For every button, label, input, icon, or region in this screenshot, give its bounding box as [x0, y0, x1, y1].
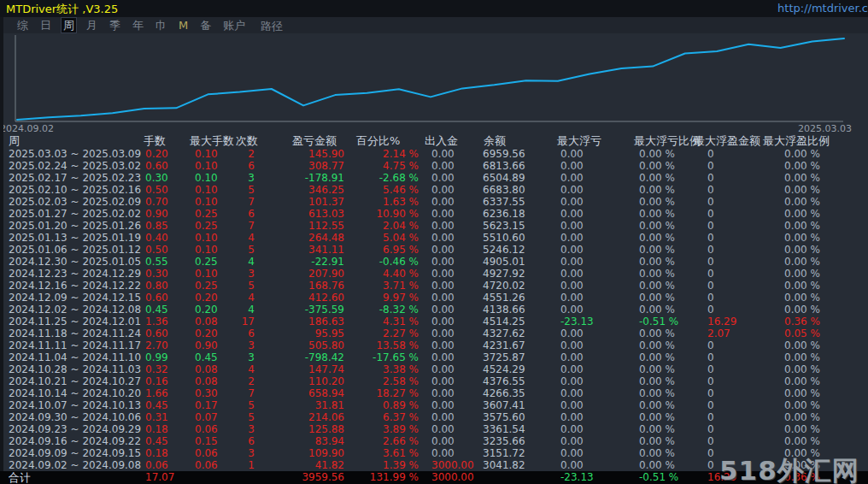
cell: 0.00 [420, 244, 480, 256]
menu-item-账户[interactable]: 账户 [221, 18, 247, 32]
header-max-float-loss-pct: 最大浮亏比例 [634, 133, 701, 149]
cell: 18.27 % [345, 387, 420, 399]
cell: 0.00 [528, 387, 601, 399]
cell: 2025.01.20 ~ 2025.01.26 [7, 220, 137, 232]
cell: 1 [224, 459, 256, 471]
cell: 125.88 [256, 423, 345, 435]
cell: 0.06 [184, 447, 224, 459]
cell: 4.40 % [345, 268, 420, 280]
cell: 0.00 % [745, 339, 824, 351]
cell: 0.00 [528, 172, 601, 184]
cell: 4524.29 [480, 363, 528, 375]
cell: 0.50 [137, 244, 184, 256]
cell: 2025.02.17 ~ 2025.02.23 [7, 172, 137, 184]
cell: -17.65 % [345, 351, 420, 363]
menu-item-日[interactable]: 日 [38, 18, 53, 32]
table-row[interactable]: 2024.12.30 ~ 2025.01.050.550.254-22.91-0… [7, 256, 828, 268]
cell: 3235.66 [480, 435, 528, 447]
table-row[interactable]: 2024.09.23 ~ 2024.09.290.180.063125.883.… [7, 423, 828, 435]
table-row[interactable]: 2024.12.23 ~ 2024.12.290.300.103207.904.… [7, 268, 828, 280]
table-row[interactable]: 2024.10.14 ~ 2024.10.201.660.307658.9418… [7, 387, 828, 399]
table-row[interactable]: 2024.11.11 ~ 2024.11.172.700.903505.8013… [7, 339, 828, 351]
cell: 6236.18 [480, 208, 528, 220]
table-row[interactable]: 2025.01.06 ~ 2025.01.120.500.105341.116.… [7, 244, 828, 256]
title-bar[interactable]: MTDriver统计 ,V3.25 http://mtdriver.c [0, 0, 868, 17]
menu-item-年[interactable]: 年 [131, 18, 145, 32]
table-row[interactable]: 2024.09.09 ~ 2024.09.150.180.063109.903.… [7, 447, 828, 459]
table-row[interactable]: 2024.11.25 ~ 2024.12.011.360.0817186.634… [7, 316, 828, 328]
cell: 0.00 % [745, 256, 824, 268]
table-row[interactable]: 2025.01.13 ~ 2025.01.190.400.104264.485.… [7, 232, 828, 244]
cell: 0.00 [420, 280, 480, 292]
cell: 3361.54 [480, 423, 528, 435]
table-row[interactable]: 2024.12.02 ~ 2024.12.080.450.204-375.59-… [7, 304, 828, 316]
cell: 0.18 [137, 423, 184, 435]
cell: 0.00 % [601, 339, 683, 351]
table-row[interactable]: 2024.12.09 ~ 2024.12.150.600.204412.609.… [7, 292, 828, 304]
table-row[interactable]: 2025.02.03 ~ 2025.02.090.700.107101.371.… [7, 196, 828, 208]
cell: 3575.60 [480, 411, 528, 423]
cell: 0.20 [184, 328, 224, 339]
cell: 6813.66 [480, 160, 528, 172]
table-row[interactable]: 2024.12.16 ~ 2024.12.220.800.255168.763.… [7, 280, 828, 292]
cell: 2024.12.23 ~ 2024.12.29 [7, 268, 137, 280]
menu-item-M[interactable]: M [177, 18, 190, 32]
cell: 6683.80 [480, 184, 528, 196]
cell: 0.60 [137, 328, 184, 339]
cell: 7 [224, 196, 256, 208]
cell: 2024.11.18 ~ 2024.11.24 [7, 328, 137, 339]
cell: 0.10 [184, 160, 224, 172]
table-row[interactable]: 2024.09.16 ~ 2024.09.220.450.15683.942.6… [7, 435, 828, 447]
cell: 4 [224, 256, 256, 268]
menu-item-备[interactable]: 备 [198, 18, 213, 32]
cell: 0 [683, 244, 745, 256]
cell: 0.00 % [601, 328, 683, 339]
equity-chart-svg [7, 32, 861, 125]
cell: 0.55 [137, 256, 184, 268]
cell: 214.06 [256, 411, 345, 423]
cell: 0.00 % [601, 172, 683, 184]
cell: 0.00 [420, 411, 480, 423]
cell: 0.00 [528, 423, 601, 435]
menu-item-巾[interactable]: 巾 [154, 18, 168, 32]
table-row[interactable]: 2024.10.28 ~ 2024.11.030.320.084147.743.… [7, 363, 828, 375]
table-row[interactable]: 2024.10.07 ~ 2024.10.130.450.17531.810.8… [7, 399, 828, 411]
menu-item-季[interactable]: 季 [108, 18, 122, 32]
menu-item-周[interactable]: 周 [62, 18, 76, 32]
table-row[interactable]: 2025.01.20 ~ 2025.01.260.850.257112.552.… [7, 220, 828, 232]
table-row[interactable]: 2024.09.30 ~ 2024.10.060.310.075214.066.… [7, 411, 828, 423]
cell: 0.08 [184, 375, 224, 387]
header-week: 周 [9, 133, 20, 149]
cell: 0.00 % [745, 399, 824, 411]
table-row[interactable]: 2024.11.18 ~ 2024.11.240.600.20695.952.2… [7, 328, 828, 339]
table-row[interactable]: 2025.02.17 ~ 2025.02.230.300.103-178.91-… [7, 172, 828, 184]
menu-item-月[interactable]: 月 [85, 18, 99, 32]
table-row[interactable]: 2024.11.04 ~ 2024.11.100.990.453-798.42-… [7, 351, 828, 363]
cell: 3.38 % [345, 363, 420, 375]
header-max-lots: 最大手数 [190, 133, 234, 149]
cell: 0.00 [420, 435, 480, 447]
cell: 0.45 [137, 399, 184, 411]
menu-item-综[interactable]: 综 [15, 18, 30, 32]
cell: 112.55 [256, 220, 345, 232]
app-url-link[interactable]: http://mtdriver.c [777, 2, 868, 15]
cell: 2 [224, 148, 256, 160]
table-row[interactable]: 2024.10.21 ~ 2024.10.270.160.082110.202.… [7, 375, 828, 387]
cell: 147.74 [256, 363, 345, 375]
table-row[interactable]: 2024.09.02 ~ 2024.09.080.060.06141.821.3… [7, 459, 828, 471]
cell: 31.81 [256, 399, 345, 411]
cell: 131.99 % [345, 471, 420, 484]
table-row[interactable]: 2025.02.10 ~ 2025.02.160.500.105346.255.… [7, 184, 828, 196]
table-row[interactable]: 2025.01.27 ~ 2025.02.020.900.256613.0310… [7, 208, 828, 220]
cell: 168.76 [256, 280, 345, 292]
table-row[interactable]: 2025.02.24 ~ 2025.03.020.600.106308.774.… [7, 160, 828, 172]
cell: 2025.01.06 ~ 2025.01.12 [7, 244, 137, 256]
cell: 2024.10.14 ~ 2024.10.20 [7, 387, 137, 399]
cell: 4514.25 [480, 316, 528, 328]
cell: 505.80 [256, 339, 345, 351]
table-row[interactable]: 2025.03.03 ~ 2025.03.090.200.102145.902.… [7, 148, 828, 160]
cell: 0.30 [137, 172, 184, 184]
cell: 5 [224, 399, 256, 411]
cell: 0.08 [184, 363, 224, 375]
cell: 9.97 % [345, 292, 420, 304]
